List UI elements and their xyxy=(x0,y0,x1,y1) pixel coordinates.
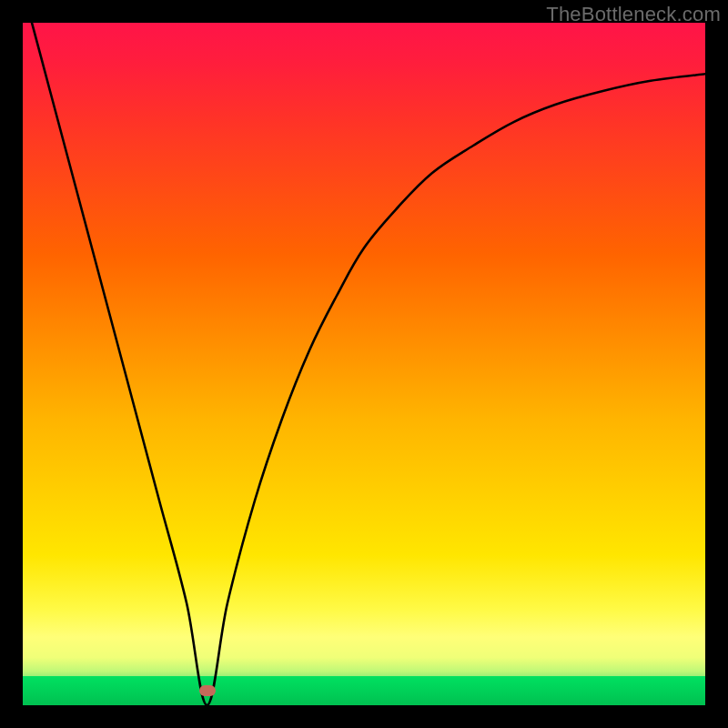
watermark-text: TheBottleneck.com xyxy=(546,3,721,26)
plot-area xyxy=(23,23,705,705)
bottleneck-curve xyxy=(23,23,705,705)
curve-path xyxy=(23,23,705,705)
chart-stage: TheBottleneck.com xyxy=(0,0,728,728)
optimal-point-marker xyxy=(199,685,216,696)
